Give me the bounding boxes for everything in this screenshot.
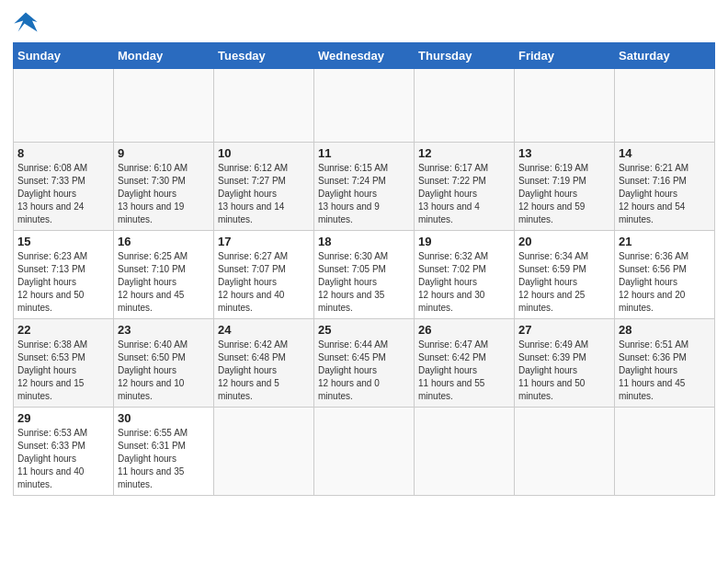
day-info: Sunrise: 6:27 AM Sunset: 7:07 PM Dayligh… xyxy=(218,250,310,315)
day-cell-22: 22 Sunrise: 6:38 AM Sunset: 6:53 PM Dayl… xyxy=(14,319,114,408)
svg-marker-0 xyxy=(14,13,37,32)
day-cell-24: 24 Sunrise: 6:42 AM Sunset: 6:48 PM Dayl… xyxy=(214,319,314,408)
day-cell-21: 21 Sunrise: 6:36 AM Sunset: 6:56 PM Dayl… xyxy=(615,231,715,319)
day-number: 26 xyxy=(418,323,510,337)
empty-cell xyxy=(214,69,314,143)
day-cell-28: 28 Sunrise: 6:51 AM Sunset: 6:36 PM Dayl… xyxy=(615,319,715,408)
day-info: Sunrise: 6:08 AM Sunset: 7:33 PM Dayligh… xyxy=(17,162,109,226)
day-info: Sunrise: 6:23 AM Sunset: 7:13 PM Dayligh… xyxy=(17,250,109,315)
logo-icon xyxy=(13,9,39,35)
day-number: 13 xyxy=(518,146,610,160)
day-number: 27 xyxy=(518,323,610,337)
day-info: Sunrise: 6:34 AM Sunset: 6:59 PM Dayligh… xyxy=(518,250,610,315)
day-number: 25 xyxy=(318,323,410,337)
day-cell-14: 14 Sunrise: 6:21 AM Sunset: 7:16 PM Dayl… xyxy=(615,143,715,231)
day-cell-10: 10 Sunrise: 6:12 AM Sunset: 7:27 PM Dayl… xyxy=(214,143,314,231)
day-cell-27: 27 Sunrise: 6:49 AM Sunset: 6:39 PM Dayl… xyxy=(515,319,615,408)
main-container: SundayMondayTuesdayWednesdayThursdayFrid… xyxy=(0,0,728,505)
day-cell-26: 26 Sunrise: 6:47 AM Sunset: 6:42 PM Dayl… xyxy=(415,319,515,408)
empty-cell xyxy=(615,408,715,496)
day-info: Sunrise: 6:10 AM Sunset: 7:30 PM Dayligh… xyxy=(118,162,210,226)
day-number: 17 xyxy=(218,235,310,248)
day-cell-19: 19 Sunrise: 6:32 AM Sunset: 7:02 PM Dayl… xyxy=(415,231,515,319)
logo xyxy=(13,9,42,35)
day-cell-18: 18 Sunrise: 6:30 AM Sunset: 7:05 PM Dayl… xyxy=(314,231,415,319)
column-header-saturday: Saturday xyxy=(615,43,715,69)
calendar-week-3: 22 Sunrise: 6:38 AM Sunset: 6:53 PM Dayl… xyxy=(14,319,715,408)
column-header-sunday: Sunday xyxy=(14,43,114,69)
day-number: 29 xyxy=(17,411,109,425)
day-info: Sunrise: 6:15 AM Sunset: 7:24 PM Dayligh… xyxy=(318,162,410,226)
day-number: 11 xyxy=(318,146,410,160)
empty-cell xyxy=(415,69,515,143)
day-number: 12 xyxy=(418,146,510,160)
day-number: 22 xyxy=(17,323,109,337)
day-info: Sunrise: 6:38 AM Sunset: 6:53 PM Dayligh… xyxy=(17,339,109,403)
day-number: 28 xyxy=(619,323,711,337)
day-number: 15 xyxy=(17,235,109,248)
day-cell-12: 12 Sunrise: 6:17 AM Sunset: 7:22 PM Dayl… xyxy=(415,143,515,231)
day-info: Sunrise: 6:42 AM Sunset: 6:48 PM Dayligh… xyxy=(218,339,310,403)
calendar-week-2: 15 Sunrise: 6:23 AM Sunset: 7:13 PM Dayl… xyxy=(14,231,715,319)
column-header-friday: Friday xyxy=(515,43,615,69)
column-header-thursday: Thursday xyxy=(415,43,515,69)
day-cell-13: 13 Sunrise: 6:19 AM Sunset: 7:19 PM Dayl… xyxy=(515,143,615,231)
day-number: 20 xyxy=(518,235,610,248)
day-info: Sunrise: 6:40 AM Sunset: 6:50 PM Dayligh… xyxy=(118,339,210,403)
day-info: Sunrise: 6:36 AM Sunset: 6:56 PM Dayligh… xyxy=(619,250,711,315)
empty-cell xyxy=(515,408,615,496)
column-header-wednesday: Wednesday xyxy=(314,43,415,69)
calendar-week-4: 29 Sunrise: 6:53 AM Sunset: 6:33 PM Dayl… xyxy=(14,408,715,496)
empty-cell xyxy=(415,408,515,496)
day-info: Sunrise: 6:21 AM Sunset: 7:16 PM Dayligh… xyxy=(619,162,711,226)
day-number: 8 xyxy=(17,146,109,160)
day-number: 21 xyxy=(619,235,711,248)
day-number: 18 xyxy=(318,235,410,248)
empty-cell xyxy=(314,408,415,496)
day-cell-8: 8 Sunrise: 6:08 AM Sunset: 7:33 PM Dayli… xyxy=(14,143,114,231)
day-number: 10 xyxy=(218,146,310,160)
header xyxy=(13,9,715,35)
day-number: 19 xyxy=(418,235,510,248)
day-info: Sunrise: 6:47 AM Sunset: 6:42 PM Dayligh… xyxy=(418,339,510,403)
empty-cell xyxy=(14,69,114,143)
day-number: 24 xyxy=(218,323,310,337)
day-cell-23: 23 Sunrise: 6:40 AM Sunset: 6:50 PM Dayl… xyxy=(114,319,214,408)
day-cell-16: 16 Sunrise: 6:25 AM Sunset: 7:10 PM Dayl… xyxy=(114,231,214,319)
day-cell-25: 25 Sunrise: 6:44 AM Sunset: 6:45 PM Dayl… xyxy=(314,319,415,408)
day-number: 23 xyxy=(118,323,210,337)
day-cell-9: 9 Sunrise: 6:10 AM Sunset: 7:30 PM Dayli… xyxy=(114,143,214,231)
empty-cell xyxy=(314,69,415,143)
day-info: Sunrise: 6:30 AM Sunset: 7:05 PM Dayligh… xyxy=(318,250,410,315)
column-header-tuesday: Tuesday xyxy=(214,43,314,69)
day-number: 30 xyxy=(118,411,210,425)
calendar-week-1: 8 Sunrise: 6:08 AM Sunset: 7:33 PM Dayli… xyxy=(14,143,715,231)
day-info: Sunrise: 6:55 AM Sunset: 6:31 PM Dayligh… xyxy=(118,427,210,491)
day-info: Sunrise: 6:44 AM Sunset: 6:45 PM Dayligh… xyxy=(318,339,410,403)
day-info: Sunrise: 6:19 AM Sunset: 7:19 PM Dayligh… xyxy=(518,162,610,226)
empty-cell xyxy=(515,69,615,143)
day-cell-11: 11 Sunrise: 6:15 AM Sunset: 7:24 PM Dayl… xyxy=(314,143,415,231)
day-info: Sunrise: 6:17 AM Sunset: 7:22 PM Dayligh… xyxy=(418,162,510,226)
empty-cell xyxy=(114,69,214,143)
day-number: 14 xyxy=(619,146,711,160)
day-cell-17: 17 Sunrise: 6:27 AM Sunset: 7:07 PM Dayl… xyxy=(214,231,314,319)
day-info: Sunrise: 6:51 AM Sunset: 6:36 PM Dayligh… xyxy=(619,339,711,403)
day-info: Sunrise: 6:53 AM Sunset: 6:33 PM Dayligh… xyxy=(17,427,109,491)
day-info: Sunrise: 6:12 AM Sunset: 7:27 PM Dayligh… xyxy=(218,162,310,226)
day-info: Sunrise: 6:25 AM Sunset: 7:10 PM Dayligh… xyxy=(118,250,210,315)
empty-cell xyxy=(214,408,314,496)
day-number: 9 xyxy=(118,146,210,160)
day-cell-29: 29 Sunrise: 6:53 AM Sunset: 6:33 PM Dayl… xyxy=(14,408,114,496)
day-info: Sunrise: 6:49 AM Sunset: 6:39 PM Dayligh… xyxy=(518,339,610,403)
calendar-week-0 xyxy=(14,69,715,143)
day-info: Sunrise: 6:32 AM Sunset: 7:02 PM Dayligh… xyxy=(418,250,510,315)
day-cell-30: 30 Sunrise: 6:55 AM Sunset: 6:31 PM Dayl… xyxy=(114,408,214,496)
header-row: SundayMondayTuesdayWednesdayThursdayFrid… xyxy=(14,43,715,69)
column-header-monday: Monday xyxy=(114,43,214,69)
day-cell-15: 15 Sunrise: 6:23 AM Sunset: 7:13 PM Dayl… xyxy=(14,231,114,319)
empty-cell xyxy=(615,69,715,143)
calendar-table: SundayMondayTuesdayWednesdayThursdayFrid… xyxy=(13,42,715,496)
day-number: 16 xyxy=(118,235,210,248)
day-cell-20: 20 Sunrise: 6:34 AM Sunset: 6:59 PM Dayl… xyxy=(515,231,615,319)
